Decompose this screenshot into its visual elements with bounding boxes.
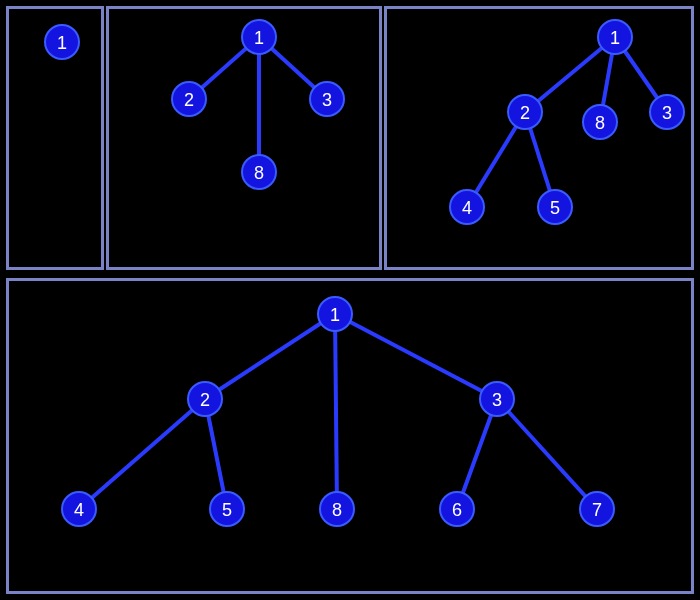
panel-4-node-4: 4 <box>61 491 97 527</box>
panel-4-node-1: 1 <box>317 296 353 332</box>
panel-4: 12345867 <box>6 278 694 594</box>
panel-4-node-2: 2 <box>187 381 223 417</box>
panel-2-node-2: 2 <box>171 81 207 117</box>
panel-2-node-1: 1 <box>241 19 277 55</box>
edge-p4n1-p4n3 <box>335 314 497 399</box>
panel-4-edges <box>9 281 697 597</box>
panel-3: 128345 <box>384 6 694 270</box>
panel-4-node-7: 7 <box>579 491 615 527</box>
panel-3-node-4: 4 <box>449 189 485 225</box>
panel-4-node-6: 6 <box>439 491 475 527</box>
edge-p4n1-p4n2 <box>205 314 335 399</box>
panel-2-node-3: 3 <box>309 81 345 117</box>
panel-2: 1238 <box>106 6 382 270</box>
edge-p4n1-p4n8 <box>335 314 337 509</box>
panel-4-node-5: 5 <box>209 491 245 527</box>
panel-3-edges <box>387 9 697 273</box>
panel-4-node-8: 8 <box>319 491 355 527</box>
panel-3-node-2: 2 <box>507 94 543 130</box>
panel-1-node-1: 1 <box>44 24 80 60</box>
panel-1: 1 <box>6 6 104 270</box>
panel-3-node-1: 1 <box>597 19 633 55</box>
edge-p4n2-p4n4 <box>79 399 205 509</box>
panel-3-node-3: 3 <box>649 94 685 130</box>
panel-2-node-8: 8 <box>241 154 277 190</box>
panel-4-node-3: 3 <box>479 381 515 417</box>
panel-3-node-5: 5 <box>537 189 573 225</box>
panel-3-node-8: 8 <box>582 104 618 140</box>
edge-p4n3-p4n7 <box>497 399 597 509</box>
